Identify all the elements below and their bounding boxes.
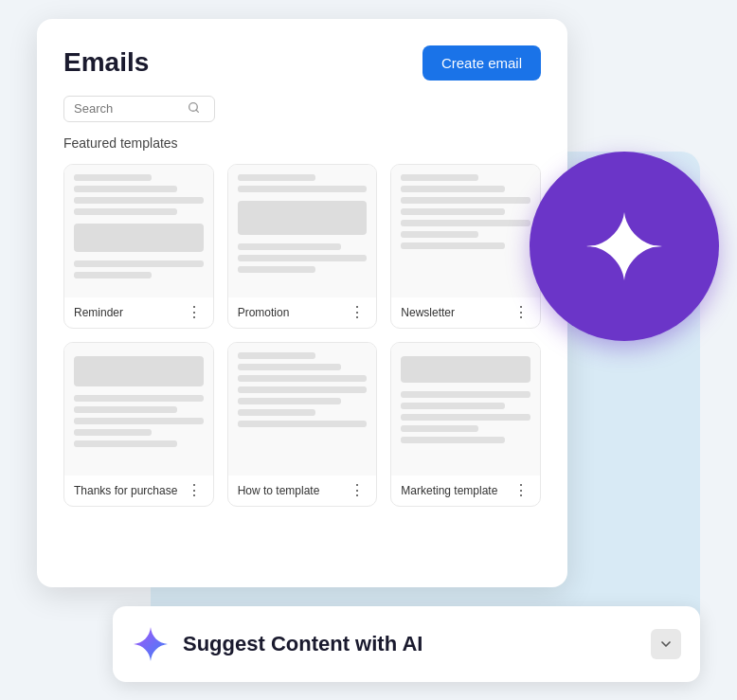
preview-line: [74, 406, 177, 413]
more-options-button[interactable]: ⋮: [348, 483, 367, 498]
template-card-newsletter[interactable]: Newsletter ⋮: [390, 164, 541, 329]
main-card: Emails Create email Featured templates: [37, 19, 567, 587]
preview-line: [74, 260, 204, 267]
preview-line: [74, 208, 177, 215]
scene: Emails Create email Featured templates: [37, 19, 700, 682]
template-name: Promotion: [238, 306, 290, 319]
preview-line: [238, 421, 368, 427]
more-options-button[interactable]: ⋮: [348, 305, 367, 320]
template-card-marketing[interactable]: Marketing template ⋮: [390, 342, 541, 507]
preview-line: [238, 398, 341, 404]
card-header: Emails Create email: [63, 45, 541, 81]
sparkle-icon: [582, 204, 667, 289]
preview-block: [74, 356, 204, 386]
preview-line: [74, 418, 204, 424]
preview-line: [74, 197, 204, 204]
more-options-button[interactable]: ⋮: [512, 305, 530, 320]
page-title: Emails: [63, 47, 149, 78]
preview-line: [238, 409, 315, 416]
template-preview: [64, 165, 213, 297]
template-card-reminder[interactable]: Reminder ⋮: [63, 164, 214, 329]
template-footer: Thanks for purchase ⋮: [64, 476, 213, 506]
preview-line: [238, 375, 368, 382]
search-icon: [188, 101, 200, 117]
preview-line: [74, 440, 177, 447]
preview-line: [401, 437, 504, 443]
preview-line: [74, 395, 204, 402]
template-name: Newsletter: [401, 306, 455, 319]
preview-line: [401, 242, 504, 249]
preview-block: [74, 224, 204, 252]
preview-line: [238, 186, 368, 192]
chevron-down-button[interactable]: [651, 629, 681, 659]
preview-line: [401, 186, 504, 192]
preview-line: [238, 174, 315, 181]
preview-line: [401, 174, 478, 181]
preview-line: [238, 266, 315, 273]
template-preview: [64, 343, 213, 476]
ai-sparkle-icon: [132, 625, 170, 663]
preview-line: [401, 197, 530, 204]
preview-line: [74, 186, 177, 192]
template-footer: Newsletter ⋮: [391, 297, 540, 328]
template-footer: Reminder ⋮: [64, 297, 213, 328]
preview-line: [74, 429, 152, 436]
preview-block: [401, 356, 530, 383]
template-name: Marketing template: [401, 484, 497, 497]
preview-line: [401, 231, 478, 238]
template-footer: Promotion ⋮: [228, 297, 377, 328]
template-name: Thanks for purchase: [74, 484, 177, 497]
preview-line: [74, 174, 152, 181]
search-bar: [63, 96, 215, 122]
template-name: How to template: [238, 484, 320, 497]
create-email-button[interactable]: Create email: [422, 45, 541, 81]
preview-line: [238, 386, 368, 393]
template-footer: How to template ⋮: [228, 476, 377, 506]
preview-line: [401, 391, 530, 398]
ai-bar-label: Suggest Content with AI: [183, 632, 638, 656]
svg-line-1: [196, 110, 198, 112]
preview-line: [238, 255, 368, 261]
template-preview: [228, 343, 377, 476]
preview-line: [401, 403, 504, 409]
preview-line: [238, 243, 341, 250]
template-preview: [228, 165, 377, 297]
preview-block: [238, 201, 368, 235]
preview-line: [401, 208, 504, 215]
section-label: Featured templates: [63, 135, 541, 151]
ai-suggest-bar[interactable]: Suggest Content with AI: [113, 606, 700, 682]
more-options-button[interactable]: ⋮: [185, 483, 204, 498]
template-footer: Marketing template ⋮: [391, 476, 540, 506]
preview-line: [238, 364, 341, 370]
ai-circle: [530, 152, 719, 341]
more-options-button[interactable]: ⋮: [512, 483, 530, 498]
search-input[interactable]: [74, 101, 188, 116]
template-preview: [391, 165, 540, 297]
template-grid: Reminder ⋮ Promotion ⋮: [63, 164, 541, 507]
preview-line: [401, 425, 478, 432]
more-options-button[interactable]: ⋮: [185, 305, 204, 320]
template-card-thanks[interactable]: Thanks for purchase ⋮: [63, 342, 214, 507]
template-preview: [391, 343, 540, 476]
preview-line: [401, 220, 530, 226]
template-name: Reminder: [74, 306, 123, 319]
template-card-howto[interactable]: How to template ⋮: [227, 342, 378, 507]
preview-line: [238, 352, 315, 359]
template-card-promotion[interactable]: Promotion ⋮: [227, 164, 378, 329]
preview-line: [74, 272, 152, 278]
preview-line: [401, 414, 530, 421]
